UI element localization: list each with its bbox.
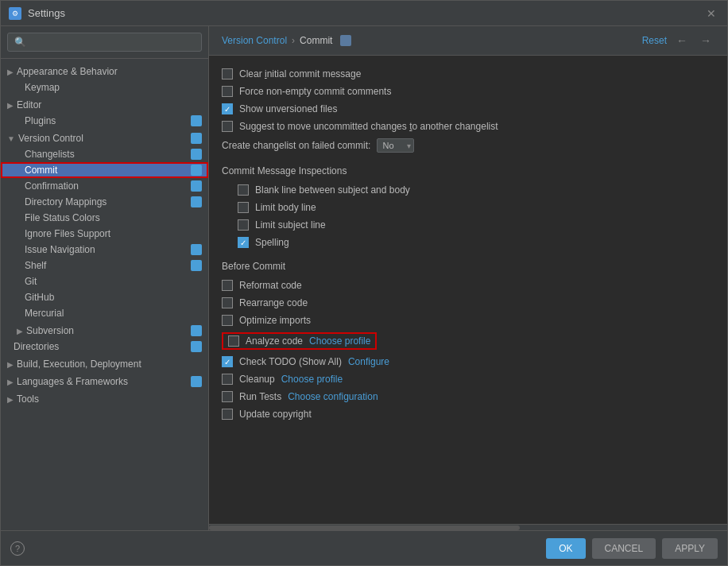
analyze-code-checkbox[interactable] — [228, 335, 239, 347]
sidebar-item-build-execution-deployment[interactable]: ▶ Build, Execution, Deployment — [1, 355, 208, 372]
setting-create-changelist: Create changelist on failed commit: No Y… — [222, 138, 714, 153]
sidebar-item-subversion[interactable]: ▶ Subversion — [1, 321, 208, 339]
sidebar-item-label: Subversion — [26, 325, 74, 336]
arrow-icon: ▶ — [17, 327, 23, 335]
search-box — [1, 26, 208, 59]
cleanup-checkbox[interactable] — [222, 374, 233, 385]
clear-initial-commit-label: Clear initial commit message — [239, 68, 361, 79]
sidebar-item-plugins[interactable]: Plugins — [1, 113, 208, 129]
sidebar-item-languages-frameworks[interactable]: ▶ Languages & Frameworks — [1, 372, 208, 390]
title-bar-left: ⚙ Settings — [9, 7, 65, 20]
sidebar-item-label: Directories — [14, 341, 59, 352]
optimize-imports-checkbox[interactable] — [222, 315, 233, 326]
cleanup-label: Cleanup — [239, 374, 275, 385]
analyze-code-choose-profile-link[interactable]: Choose profile — [309, 335, 370, 347]
arrow-icon: ▶ — [7, 68, 14, 76]
sidebar-item-appearance-behavior[interactable]: ▶ Appearance & Behavior — [1, 62, 208, 79]
rearrange-code-label: Rearrange code — [239, 297, 308, 308]
sidebar-item-version-control[interactable]: ▼ Version Control — [1, 129, 208, 146]
badge-icon — [191, 196, 202, 207]
arrow-icon: ▶ — [7, 101, 14, 110]
sidebar-item-label: Git — [25, 276, 37, 287]
create-changelist-select[interactable]: No Yes Ask — [377, 138, 414, 153]
rearrange-code-checkbox[interactable] — [222, 297, 233, 308]
panel-header: Version Control › Commit Reset ← → — [209, 26, 727, 56]
badge-icon — [191, 260, 202, 271]
setting-suggest-move: Suggest to move uncommitted changes to a… — [222, 121, 714, 132]
badge-icon — [191, 341, 202, 352]
check-todo-label: Check TODO (Show All) — [239, 356, 342, 367]
sidebar-item-changelists[interactable]: Changelists — [1, 146, 208, 162]
force-nonempty-checkbox[interactable] — [222, 86, 233, 97]
sidebar-item-ignore-files-support[interactable]: Ignore Files Support — [1, 226, 208, 242]
spelling-checkbox[interactable] — [238, 237, 249, 248]
search-input[interactable] — [7, 33, 202, 52]
sidebar-item-label: File Status Colors — [25, 212, 100, 223]
inspection-limit-body: Limit body line — [222, 202, 714, 213]
nav-back-arrow[interactable]: ← — [673, 33, 691, 48]
limit-subject-label: Limit subject line — [255, 219, 326, 231]
sidebar-item-tools[interactable]: ▶ Tools — [1, 390, 208, 407]
sidebar-nav: ▶ Appearance & Behavior Keymap ▶ Editor … — [1, 59, 208, 530]
footer-right: OK CANCEL APPLY — [546, 538, 718, 559]
show-unversioned-checkbox[interactable] — [222, 103, 233, 114]
reset-link[interactable]: Reset — [642, 35, 667, 46]
settings-window: ⚙ Settings ✕ ▶ Appearance & Behavior Key… — [0, 0, 728, 566]
sidebar-item-directories[interactable]: Directories — [1, 339, 208, 355]
close-button[interactable]: ✕ — [703, 6, 719, 21]
title-bar: ⚙ Settings ✕ — [1, 1, 727, 26]
sidebar-item-commit[interactable]: Commit — [1, 162, 208, 178]
sidebar-item-directory-mappings[interactable]: Directory Mappings — [1, 194, 208, 210]
footer-left: ? — [10, 541, 25, 556]
ok-button[interactable]: OK — [546, 538, 585, 559]
sidebar-item-mercurial[interactable]: Mercurial — [1, 305, 208, 321]
sidebar-item-git[interactable]: Git — [1, 273, 208, 289]
sidebar-item-shelf[interactable]: Shelf — [1, 258, 208, 273]
sidebar-item-file-status-colors[interactable]: File Status Colors — [1, 210, 208, 226]
update-copyright-checkbox[interactable] — [222, 409, 233, 420]
badge-icon — [191, 133, 202, 144]
sidebar-item-confirmation[interactable]: Confirmation — [1, 178, 208, 194]
apply-button[interactable]: APPLY — [662, 538, 718, 559]
badge-icon — [191, 149, 202, 160]
window-title: Settings — [28, 7, 65, 19]
suggest-move-checkbox[interactable] — [222, 121, 233, 132]
before-commit-analyze-wrapper: Analyze code Choose profile — [222, 332, 714, 350]
blank-line-checkbox[interactable] — [238, 184, 249, 196]
analyze-code-highlight-box: Analyze code Choose profile — [222, 332, 377, 350]
sidebar-item-issue-navigation[interactable]: Issue Navigation — [1, 242, 208, 258]
check-todo-configure-link[interactable]: Configure — [348, 356, 389, 367]
badge-icon — [191, 376, 202, 387]
help-icon[interactable]: ? — [10, 541, 25, 556]
inspection-blank-line: Blank line between subject and body — [222, 184, 714, 196]
sidebar-item-keymap[interactable]: Keymap — [1, 79, 208, 95]
reformat-code-checkbox[interactable] — [222, 280, 233, 291]
arrow-icon: ▼ — [7, 134, 15, 143]
before-commit-optimize: Optimize imports — [222, 315, 714, 326]
arrow-icon: ▶ — [7, 378, 14, 386]
footer: ? OK CANCEL APPLY — [1, 530, 727, 565]
sidebar: ▶ Appearance & Behavior Keymap ▶ Editor … — [1, 26, 209, 530]
run-tests-checkbox[interactable] — [222, 391, 233, 402]
limit-body-checkbox[interactable] — [238, 202, 249, 213]
blank-line-label: Blank line between subject and body — [255, 184, 410, 196]
check-todo-checkbox[interactable] — [222, 356, 233, 367]
cleanup-choose-profile-link[interactable]: Choose profile — [281, 374, 343, 385]
sidebar-item-github[interactable]: GitHub — [1, 289, 208, 305]
cancel-button[interactable]: CANCEL — [592, 538, 656, 559]
limit-subject-checkbox[interactable] — [238, 219, 249, 231]
clear-initial-commit-checkbox[interactable] — [222, 68, 233, 79]
before-commit-check-todo: Check TODO (Show All) Configure — [222, 356, 714, 367]
before-commit-reformat: Reformat code — [222, 280, 714, 291]
spelling-label: Spelling — [255, 237, 289, 248]
breadcrumb-parent[interactable]: Version Control — [222, 35, 287, 46]
sidebar-item-editor[interactable]: ▶ Editor — [1, 95, 208, 113]
create-changelist-label: Create changelist on failed commit: — [222, 140, 370, 151]
breadcrumb: Version Control › Commit — [222, 35, 351, 46]
breadcrumb-current: Commit — [300, 35, 332, 46]
horizontal-scrollbar[interactable] — [209, 524, 727, 530]
run-tests-choose-config-link[interactable]: Choose configuration — [288, 391, 378, 402]
scrollbar-thumb — [209, 525, 520, 530]
nav-forward-arrow[interactable]: → — [697, 33, 714, 48]
sidebar-item-label: Directory Mappings — [25, 196, 106, 207]
